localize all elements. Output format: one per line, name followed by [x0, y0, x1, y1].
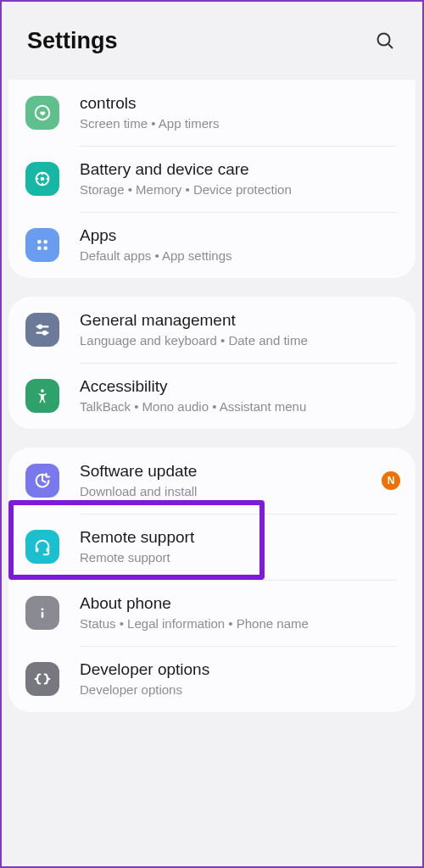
settings-item-accessibility[interactable]: Accessibility TalkBack • Mono audio • As…	[12, 363, 412, 429]
code-icon	[25, 662, 59, 696]
search-icon	[375, 31, 395, 51]
item-title: About phone	[80, 593, 400, 614]
svg-line-1	[388, 44, 393, 48]
item-title: Apps	[80, 225, 400, 246]
labels: Remote support Remote support	[80, 527, 400, 566]
settings-item-controls[interactable]: controls Screen time • App timers	[12, 80, 412, 146]
search-button[interactable]	[371, 27, 399, 54]
settings-item-developer-options[interactable]: Developer options Developer options	[12, 646, 412, 712]
labels: About phone Status • Legal information •…	[80, 593, 400, 632]
settings-group: Software update Download and install N R…	[8, 448, 416, 712]
item-title: Accessibility	[80, 376, 400, 397]
care-icon	[25, 162, 59, 196]
labels: General management Language and keyboard…	[80, 310, 400, 349]
labels: Developer options Developer options	[80, 659, 400, 698]
page-title: Settings	[27, 28, 118, 54]
settings-item-remote-support[interactable]: Remote support Remote support	[12, 514, 412, 580]
settings-item-battery-care[interactable]: Battery and device care Storage • Memory…	[12, 146, 412, 212]
svg-point-8	[43, 246, 47, 250]
item-title: Remote support	[80, 527, 400, 548]
item-subtitle: Screen time • App timers	[80, 115, 400, 132]
svg-point-13	[41, 389, 44, 392]
item-subtitle: TalkBack • Mono audio • Assistant menu	[80, 398, 400, 415]
item-title: General management	[80, 310, 400, 331]
svg-point-6	[43, 240, 47, 244]
labels: Battery and device care Storage • Memory…	[80, 159, 400, 198]
item-subtitle: Download and install	[80, 483, 375, 500]
headset-icon	[25, 530, 59, 564]
item-subtitle: Developer options	[80, 682, 400, 698]
item-subtitle: Remote support	[80, 549, 400, 566]
sliders-icon	[25, 313, 59, 347]
labels: Apps Default apps • App settings	[80, 225, 400, 264]
item-title: Battery and device care	[80, 159, 400, 180]
item-subtitle: Default apps • App settings	[80, 248, 400, 264]
item-subtitle: Status • Legal information • Phone name	[80, 615, 400, 632]
svg-point-4	[41, 177, 45, 181]
svg-rect-14	[36, 548, 39, 553]
item-subtitle: Language and keyboard • Date and time	[80, 332, 400, 349]
svg-point-12	[43, 331, 47, 335]
update-icon	[25, 464, 59, 498]
svg-rect-18	[42, 612, 44, 618]
svg-point-10	[38, 326, 42, 329]
header: Settings	[2, 2, 422, 85]
svg-point-5	[37, 240, 42, 244]
settings-item-general-management[interactable]: General management Language and keyboard…	[12, 297, 412, 363]
settings-group: General management Language and keyboard…	[8, 297, 416, 429]
apps-icon	[25, 228, 59, 262]
item-subtitle: Storage • Memory • Device protection	[80, 181, 400, 198]
svg-point-7	[37, 246, 42, 250]
item-title: controls	[80, 93, 400, 114]
settings-item-about-phone[interactable]: About phone Status • Legal information •…	[12, 580, 412, 646]
item-title: Developer options	[80, 659, 400, 680]
heart-circle-icon	[25, 96, 59, 130]
labels: Accessibility TalkBack • Mono audio • As…	[80, 376, 400, 415]
labels: Software update Download and install	[80, 461, 375, 500]
settings-item-apps[interactable]: Apps Default apps • App settings	[12, 212, 412, 278]
labels: controls Screen time • App timers	[80, 93, 400, 132]
info-icon	[25, 596, 59, 630]
accessibility-icon	[25, 379, 59, 413]
notification-badge: N	[382, 471, 400, 490]
svg-point-17	[42, 608, 44, 610]
settings-group: controls Screen time • App timers Batter…	[8, 80, 416, 278]
item-title: Software update	[80, 461, 375, 481]
settings-item-software-update[interactable]: Software update Download and install N	[12, 448, 412, 514]
svg-point-0	[378, 34, 390, 46]
